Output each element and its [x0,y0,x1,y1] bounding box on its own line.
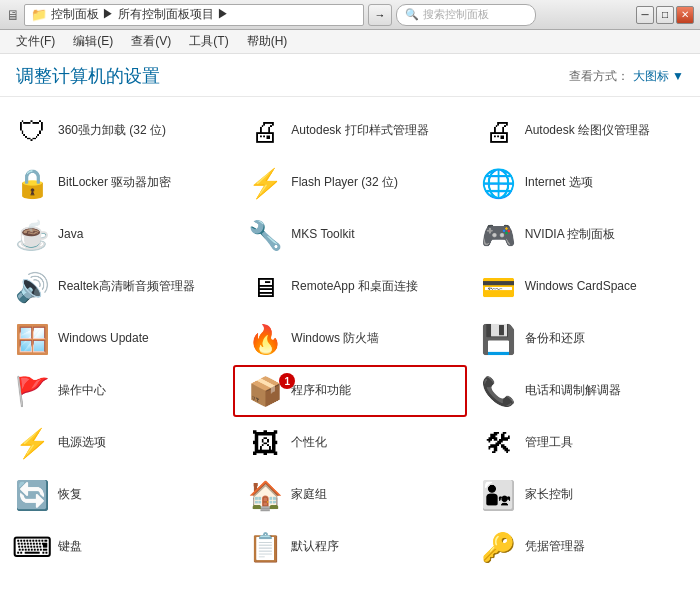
maximize-btn[interactable]: □ [656,6,674,24]
icon-item[interactable]: 🏠家庭组 [233,469,466,521]
icon-item[interactable]: 🖼个性化 [233,417,466,469]
item-icon: 🔑 [481,529,517,563]
main-panel: 调整计算机的设置 查看方式： 大图标 ▼ 🛡360强力卸载 (32 位)🖨Aut… [0,54,700,563]
item-icon: 🎮 [481,217,517,253]
item-label: Java [58,227,83,243]
item-icon: 🌐 [481,165,517,201]
item-icon: ⌨ [14,529,50,563]
address-bar[interactable]: 📁 控制面板 ▶ 所有控制面板项目 ▶ [24,4,364,26]
item-label: Windows Update [58,331,149,347]
icon-item[interactable]: 🔒BitLocker 驱动器加密 [0,157,233,209]
address-path-text: 控制面板 ▶ 所有控制面板项目 ▶ [51,6,229,23]
item-icon: 🖥 [247,269,283,305]
menu-bar: 文件(F) 编辑(E) 查看(V) 工具(T) 帮助(H) [0,30,700,54]
content-area: 调整计算机的设置 查看方式： 大图标 ▼ 🛡360强力卸载 (32 位)🖨Aut… [0,54,700,563]
item-label: 程序和功能 [291,383,351,399]
icon-item[interactable]: 🔄恢复 [0,469,233,521]
item-icon: ⚡ [14,425,50,461]
item-label: Windows CardSpace [525,279,637,295]
icon-item[interactable]: 📦程序和功能1 [233,365,466,417]
search-icon: 🔍 [405,8,419,21]
item-label: NVIDIA 控制面板 [525,227,616,243]
icon-item[interactable]: ⚡电源选项 [0,417,233,469]
icon-item[interactable]: ⚡Flash Player (32 位) [233,157,466,209]
item-icon: 🖨 [247,113,283,149]
icon-item[interactable]: 🌐Internet 选项 [467,157,700,209]
item-icon: 👨‍👧 [481,477,517,513]
icon-item[interactable]: 🛡360强力卸载 (32 位) [0,105,233,157]
menu-help[interactable]: 帮助(H) [239,31,296,52]
icon-item[interactable]: 🔥Windows 防火墙 [233,313,466,365]
refresh-btn[interactable]: → [368,4,392,26]
item-label: 电源选项 [58,435,106,451]
item-label: 家庭组 [291,487,327,503]
item-icon: 🚩 [14,373,50,409]
icons-grid: 🛡360强力卸载 (32 位)🖨Autodesk 打印样式管理器🖨Autodes… [0,97,700,563]
item-label: Flash Player (32 位) [291,175,398,191]
icon-item[interactable]: 💾备份和还原 [467,313,700,365]
item-icon: 🔒 [14,165,50,201]
folder-icon: 📁 [31,7,47,22]
view-current[interactable]: 大图标 ▼ [633,68,684,85]
search-box[interactable]: 🔍 搜索控制面板 [396,4,536,26]
view-mode[interactable]: 查看方式： 大图标 ▼ [569,68,684,85]
icon-item[interactable]: 🔑凭据管理器 [467,521,700,563]
item-label: RemoteApp 和桌面连接 [291,279,418,295]
item-label: Windows 防火墙 [291,331,379,347]
icon-item[interactable]: 👨‍👧家长控制 [467,469,700,521]
close-btn[interactable]: ✕ [676,6,694,24]
item-icon: 🛡 [14,113,50,149]
item-icon: 🔥 [247,321,283,357]
item-icon: 🔄 [14,477,50,513]
item-icon: 🖨 [481,113,517,149]
panel-title: 调整计算机的设置 [16,64,160,88]
icon-item[interactable]: 🖨Autodesk 绘图仪管理器 [467,105,700,157]
icon-item[interactable]: ⌨键盘 [0,521,233,563]
item-label: 管理工具 [525,435,573,451]
item-label: 备份和还原 [525,331,585,347]
window-controls: ─ □ ✕ [636,6,694,24]
menu-file[interactable]: 文件(F) [8,31,63,52]
title-bar: 🖥 📁 控制面板 ▶ 所有控制面板项目 ▶ → 🔍 搜索控制面板 ─ □ ✕ [0,0,700,30]
item-icon: 📋 [247,529,283,563]
item-icon: 🛠 [481,425,517,461]
item-icon: 💳 [481,269,517,305]
item-label: Internet 选项 [525,175,593,191]
item-icon: ☕ [14,217,50,253]
icon-item[interactable]: 🔧MKS Toolkit [233,209,466,261]
icon-item[interactable]: ☕Java [0,209,233,261]
item-label: 操作中心 [58,383,106,399]
icon-item[interactable]: 🚩操作中心 [0,365,233,417]
menu-tools[interactable]: 工具(T) [181,31,236,52]
item-label: 个性化 [291,435,327,451]
icon-item[interactable]: 🎮NVIDIA 控制面板 [467,209,700,261]
search-placeholder: 搜索控制面板 [423,7,489,22]
minimize-btn[interactable]: ─ [636,6,654,24]
item-label: Autodesk 绘图仪管理器 [525,123,650,139]
item-label: 键盘 [58,539,82,555]
item-icon: 📞 [481,373,517,409]
item-label: 凭据管理器 [525,539,585,555]
item-icon: 🏠 [247,477,283,513]
item-label: 电话和调制解调器 [525,383,621,399]
item-icon: 🪟 [14,321,50,357]
icon-item[interactable]: 🛠管理工具 [467,417,700,469]
menu-view[interactable]: 查看(V) [123,31,179,52]
item-icon: 📦 [247,373,283,409]
icon-item[interactable]: 🪟Windows Update [0,313,233,365]
icon-item[interactable]: 📞电话和调制解调器 [467,365,700,417]
panel-header: 调整计算机的设置 查看方式： 大图标 ▼ [0,54,700,97]
item-icon: 🔊 [14,269,50,305]
item-label: BitLocker 驱动器加密 [58,175,171,191]
icon-item[interactable]: 🖥RemoteApp 和桌面连接 [233,261,466,313]
icon-item[interactable]: 📋默认程序 [233,521,466,563]
icon-item[interactable]: 💳Windows CardSpace [467,261,700,313]
item-label: Realtek高清晰音频管理器 [58,279,195,295]
item-icon: 🖼 [247,425,283,461]
icon-item[interactable]: 🖨Autodesk 打印样式管理器 [233,105,466,157]
menu-edit[interactable]: 编辑(E) [65,31,121,52]
icon-item[interactable]: 🔊Realtek高清晰音频管理器 [0,261,233,313]
item-icon: 🔧 [247,217,283,253]
item-icon: ⚡ [247,165,283,201]
item-label: 家长控制 [525,487,573,503]
